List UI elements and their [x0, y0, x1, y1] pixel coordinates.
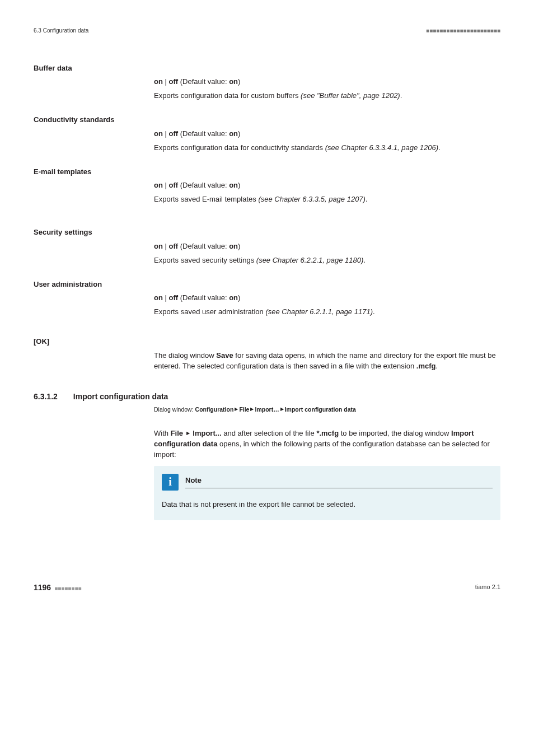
- txt: to be imported, the dialog window: [339, 429, 451, 437]
- desc-text: Exports saved E-mail templates: [154, 195, 258, 203]
- desc-ok: The dialog window Save for saving data o…: [154, 351, 500, 372]
- page-number: 1196: [34, 583, 51, 592]
- txt: and after selection of the file: [222, 429, 317, 437]
- txt-bold: File: [171, 429, 183, 437]
- default-close: ): [238, 129, 240, 138]
- toggle-security: on | off (Default value: on): [154, 241, 500, 252]
- label-conductivity: Conductivity standards: [34, 115, 500, 125]
- toggle-sep: |: [163, 77, 169, 86]
- default-label: (Default value:: [178, 293, 229, 302]
- note-header: i Note: [162, 474, 493, 491]
- label-ok: [OK]: [34, 337, 500, 347]
- desc-text: Exports saved security settings: [154, 256, 256, 264]
- toggle-off: off: [169, 77, 179, 86]
- txt: [183, 429, 185, 437]
- toggle-sep: |: [163, 242, 169, 250]
- desc-ref: (see Chapter 6.3.3.5, page 1207): [258, 195, 366, 203]
- default-label: (Default value:: [178, 77, 229, 86]
- toggle-off: off: [169, 181, 179, 189]
- footer-ticks: ■■■■■■■■: [54, 585, 81, 591]
- desc-ref: (see "Buffer table", page 1202): [301, 91, 400, 100]
- default-close: ): [238, 77, 240, 86]
- subsection-title: Import configuration data: [73, 391, 168, 402]
- desc-end: .: [438, 143, 441, 152]
- footer-product: tiamo 2.1: [475, 583, 500, 592]
- desc-text: Exports saved user administration: [154, 307, 265, 316]
- desc-end: .: [366, 195, 368, 203]
- toggle-on: on: [154, 129, 163, 138]
- chevron-right-icon: ▶: [186, 430, 190, 437]
- subsection-number: 6.3.1.2: [34, 391, 58, 402]
- desc-buffer: Exports configuration data for custom bu…: [154, 91, 500, 101]
- path-part: File: [239, 406, 249, 413]
- desc-text: Exports configuration data for custom bu…: [154, 91, 301, 100]
- path-part: Import…: [255, 406, 279, 413]
- label-security: Security settings: [34, 227, 500, 238]
- note-label: Note: [185, 475, 493, 488]
- desc-conductivity: Exports configuration data for conductiv…: [154, 143, 500, 153]
- default-label: (Default value:: [178, 242, 229, 250]
- txt-bold: *.mcfg: [316, 429, 339, 437]
- footer-left: 1196■■■■■■■■: [34, 582, 81, 593]
- chevron-right-icon: ▶: [235, 406, 238, 413]
- default-value: on: [229, 77, 238, 86]
- toggle-sep: |: [163, 293, 169, 302]
- txt-bold: .mcfg: [416, 362, 436, 370]
- label-email: E-mail templates: [34, 167, 500, 178]
- toggle-on: on: [154, 181, 163, 189]
- dialog-path: Dialog window: Configuration▶File▶Import…: [154, 405, 500, 414]
- header-ticks: ■■■■■■■■■■■■■■■■■■■■■■: [426, 27, 500, 35]
- txt-bold: Save: [216, 351, 233, 360]
- default-close: ): [238, 242, 240, 250]
- default-close: ): [238, 293, 240, 302]
- info-icon: i: [162, 474, 179, 491]
- default-value: on: [229, 293, 238, 302]
- desc-ref: (see Chapter 6.3.3.4.1, page 1206): [325, 143, 438, 152]
- subsection-heading: 6.3.1.2 Import configuration data: [34, 391, 500, 402]
- desc-security: Exports saved security settings (see Cha…: [154, 255, 500, 266]
- default-value: on: [229, 129, 238, 138]
- chevron-right-icon: ▶: [250, 406, 254, 413]
- desc-email: Exports saved E-mail templates (see Chap…: [154, 194, 500, 205]
- note-body: Data that is not present in the export f…: [162, 500, 493, 510]
- toggle-off: off: [169, 293, 179, 302]
- path-part: Import configuration data: [285, 406, 356, 413]
- toggle-sep: |: [163, 181, 169, 189]
- toggle-useradmin: on | off (Default value: on): [154, 293, 500, 304]
- page-footer: 1196■■■■■■■■ tiamo 2.1: [34, 582, 500, 593]
- default-label: (Default value:: [178, 129, 229, 138]
- txt: The dialog window: [154, 351, 216, 360]
- toggle-buffer: on | off (Default value: on): [154, 77, 500, 87]
- toggle-conductivity: on | off (Default value: on): [154, 129, 500, 139]
- subsection-paragraph: With File ▶ Import... and after selectio…: [154, 428, 500, 460]
- default-value: on: [229, 242, 238, 250]
- desc-ref: (see Chapter 6.2.1.1, page 1171): [265, 307, 373, 316]
- toggle-off: off: [169, 129, 179, 138]
- label-buffer-data: Buffer data: [34, 63, 500, 74]
- label-useradmin: User administration: [34, 279, 500, 290]
- default-value: on: [229, 181, 238, 189]
- toggle-email: on | off (Default value: on): [154, 180, 500, 191]
- desc-ref: (see Chapter 6.2.2.1, page 1180): [256, 256, 364, 264]
- txt-bold: Import...: [193, 429, 221, 437]
- note-label-wrap: Note: [185, 475, 493, 488]
- desc-end: .: [363, 256, 366, 264]
- txt: With: [154, 429, 171, 437]
- chevron-right-icon: ▶: [280, 406, 284, 413]
- toggle-sep: |: [163, 129, 169, 138]
- path-label: Dialog window:: [154, 406, 195, 413]
- toggle-on: on: [154, 242, 163, 250]
- desc-end: .: [400, 91, 402, 100]
- default-label: (Default value:: [178, 181, 229, 189]
- desc-text: Exports configuration data for conductiv…: [154, 143, 325, 152]
- toggle-on: on: [154, 293, 163, 302]
- desc-useradmin: Exports saved user administration (see C…: [154, 307, 500, 318]
- default-close: ): [238, 181, 240, 189]
- txt: .: [435, 362, 438, 370]
- desc-end: .: [373, 307, 375, 316]
- toggle-on: on: [154, 77, 163, 86]
- note-box: i Note Data that is not present in the e…: [154, 466, 500, 520]
- header-section: 6.3 Configuration data: [34, 27, 88, 35]
- path-part: Configuration: [195, 406, 234, 413]
- page-header: 6.3 Configuration data ■■■■■■■■■■■■■■■■■…: [34, 27, 500, 35]
